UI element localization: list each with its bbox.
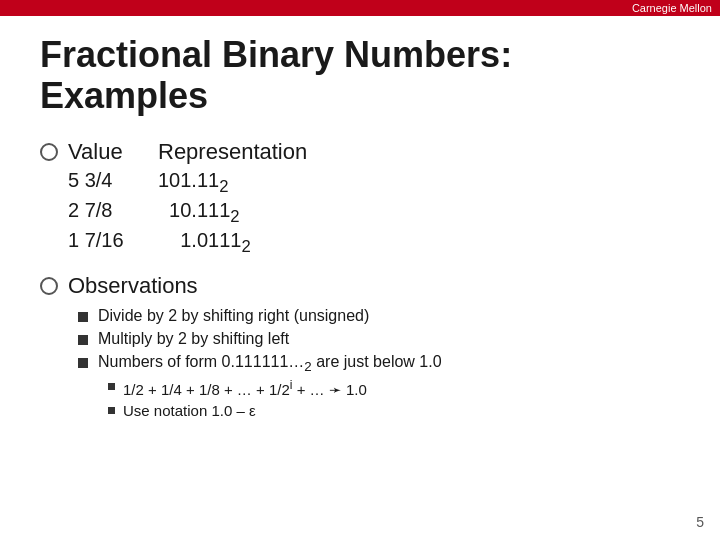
col-header-rep: Representation bbox=[158, 139, 307, 165]
sub-sub-text-2: Use notation 1.0 – ε bbox=[123, 402, 256, 419]
bullet-circle-2 bbox=[40, 277, 58, 295]
bullet-item-2: Observations Divide by 2 by shifting rig… bbox=[40, 273, 680, 427]
table-row: 5 3/4 101.112 bbox=[68, 169, 680, 197]
sub-sub-text-1: 1/2 + 1/4 + 1/8 + … + 1/2i + … ➛ 1.0 bbox=[123, 378, 367, 399]
sub-bullet-1: Divide by 2 by shifting right (unsigned) bbox=[78, 307, 680, 325]
square-bullet-icon bbox=[78, 312, 88, 322]
table-row: 1 7/16 1.01112 bbox=[68, 229, 680, 257]
sub-bullet-text-3: Numbers of form 0.111111…2 are just belo… bbox=[98, 353, 442, 422]
col-header-value: Value bbox=[68, 139, 158, 165]
rep-cell-3: 1.01112 bbox=[158, 229, 251, 257]
observations-label: Observations bbox=[68, 273, 680, 299]
value-cell-1: 5 3/4 bbox=[68, 169, 158, 197]
sub-bullet-text-2: Multiply by 2 by shifting left bbox=[98, 330, 289, 348]
sub-bullet-text-1: Divide by 2 by shifting right (unsigned) bbox=[98, 307, 369, 325]
sub-sub-bullet-2: Use notation 1.0 – ε bbox=[108, 402, 442, 419]
value-cell-2: 2 7/8 bbox=[68, 199, 158, 227]
table-data-block: 5 3/4 101.112 2 7/8 10.1112 1 7/16 1.011… bbox=[68, 169, 680, 257]
slide-title: Fractional Binary Numbers: Examples bbox=[40, 34, 680, 117]
sub-bullet-2: Multiply by 2 by shifting left bbox=[78, 330, 680, 348]
bullet-content-1: Value Representation 5 3/4 101.112 2 7/8… bbox=[68, 139, 680, 259]
table-header-row: Value Representation bbox=[68, 139, 680, 165]
page-number: 5 bbox=[696, 514, 704, 530]
header-bar: Carnegie Mellon bbox=[0, 0, 720, 16]
brand-label: Carnegie Mellon bbox=[632, 2, 712, 14]
sub-sub-bullets: 1/2 + 1/4 + 1/8 + … + 1/2i + … ➛ 1.0 Use… bbox=[108, 378, 442, 419]
square-bullet-icon bbox=[78, 335, 88, 345]
sub-bullets-list: Divide by 2 by shifting right (unsigned)… bbox=[78, 307, 680, 422]
sub-bullet-3: Numbers of form 0.111111…2 are just belo… bbox=[78, 353, 680, 422]
bullet-circle-1 bbox=[40, 143, 58, 161]
sub-sub-bullet-1: 1/2 + 1/4 + 1/8 + … + 1/2i + … ➛ 1.0 bbox=[108, 378, 442, 399]
slide-content: Fractional Binary Numbers: Examples Valu… bbox=[0, 16, 720, 471]
rep-cell-2: 10.1112 bbox=[158, 199, 240, 227]
rep-cell-1: 101.112 bbox=[158, 169, 228, 197]
small-square-icon bbox=[108, 383, 115, 390]
small-square-icon bbox=[108, 407, 115, 414]
bullet-content-2: Observations Divide by 2 by shifting rig… bbox=[68, 273, 680, 427]
value-cell-3: 1 7/16 bbox=[68, 229, 158, 257]
table-row: 2 7/8 10.1112 bbox=[68, 199, 680, 227]
bullet-item-1: Value Representation 5 3/4 101.112 2 7/8… bbox=[40, 139, 680, 259]
square-bullet-icon bbox=[78, 358, 88, 368]
